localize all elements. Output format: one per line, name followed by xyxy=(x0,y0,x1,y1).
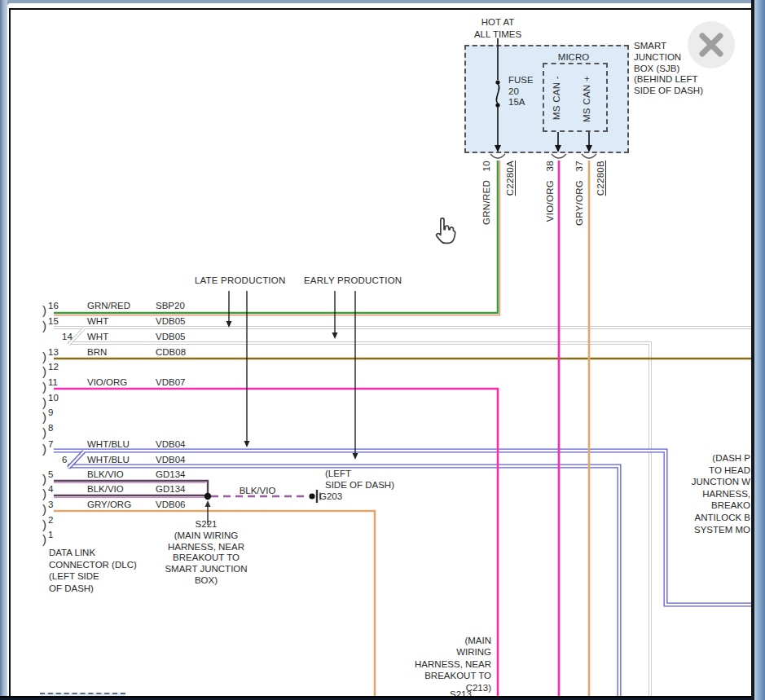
wire-color: WHT/BLU xyxy=(87,439,130,449)
diagram-viewer: HOT AT ALL TIMES FUSE 20 15A MICRO SMART… xyxy=(0,0,765,700)
connector-arc-c2280b xyxy=(582,154,596,158)
connector-arc-38 xyxy=(552,154,566,158)
early-production-arrowhead-long xyxy=(353,453,358,460)
ms-can-plus-label: MS CAN + xyxy=(582,76,591,122)
pin-bracket: ) xyxy=(42,410,46,424)
pin-number: 7 xyxy=(48,439,53,449)
dlc-caption: DATA LINK CONNECTOR (DLC) (LEFT SIDE OF … xyxy=(49,547,137,594)
fuse-terminal-bottom xyxy=(495,103,499,107)
dlc-pin-row-16: ) 16 GRN/RED SBP20 xyxy=(42,301,230,314)
early-production-arrowhead-short xyxy=(332,332,338,339)
circuit-code: VDB05 xyxy=(156,316,185,326)
close-icon xyxy=(688,21,735,68)
fuse-element xyxy=(496,84,499,103)
fuse-label: FUSE 20 15A xyxy=(508,75,534,108)
wire-color: GRN/RED xyxy=(87,301,130,310)
pin-number: 12 xyxy=(48,362,59,372)
circuit-code: SBP20 xyxy=(156,301,185,310)
dlc-pin-row-10: ) 10 xyxy=(42,393,230,406)
dlc-pin-row-13: ) 13 BRN CDB08 xyxy=(42,347,230,360)
pin-number: 16 xyxy=(48,301,59,310)
g203-location-label: (LEFT SIDE OF DASH) xyxy=(325,468,394,491)
c213-callout: (MAIN WIRING HARNESS, NEAR BREAKOUT TO C… xyxy=(391,635,491,693)
pin-bracket: ) xyxy=(42,380,46,394)
pin-bracket: ) xyxy=(42,532,46,546)
wire-color: WHT xyxy=(87,332,108,341)
micro-label: MICRO xyxy=(543,51,605,63)
circuit-code: VDB04 xyxy=(156,439,185,449)
window-frame-top xyxy=(0,0,765,3)
hot-at-all-times-label: HOT AT ALL TIMES xyxy=(468,16,527,40)
dlc-pin-row-6: 6 WHT/BLU VDB04 xyxy=(42,455,230,468)
pin-number: 13 xyxy=(48,347,59,357)
window-frame-right[interactable] xyxy=(751,0,765,700)
ground-g203-dot[interactable] xyxy=(309,493,314,499)
ms-can-minus-arrowhead xyxy=(555,145,561,152)
wire-color: BLK/VIO xyxy=(87,469,124,479)
blkvio-wire-label: BLK/VIO xyxy=(235,485,280,496)
wire-color: BLK/VIO xyxy=(87,484,124,494)
pin-number: 3 xyxy=(48,500,53,509)
pin-number: 8 xyxy=(48,423,53,433)
dlc-pin-row-4: ) 4 BLK/VIO GD134 xyxy=(42,484,230,497)
connector-arc-c2280a xyxy=(490,154,505,158)
pin-number: 1 xyxy=(48,530,53,539)
close-button[interactable] xyxy=(688,21,735,68)
fuse-terminal-top xyxy=(495,80,499,84)
early-production-label: EARLY PRODUCTION xyxy=(304,275,402,286)
late-production-label: LATE PRODUCTION xyxy=(195,275,285,286)
dlc-pin-row-3: ) 3 GRY/ORG VDB06 xyxy=(42,500,230,513)
circuit-code: GD134 xyxy=(156,469,185,479)
fuse-arrowhead xyxy=(495,145,501,152)
wire-label-grnred-10: GRN/RED 10 xyxy=(481,161,491,225)
dlc-pin-row-11: ) 11 VIO/ORG VDB07 xyxy=(42,377,230,390)
connector-label-c2280b[interactable]: C2280B xyxy=(596,161,605,196)
pin-bracket: ) xyxy=(42,319,46,332)
circuit-code: VDB05 xyxy=(156,332,185,341)
pin-bracket: ) xyxy=(42,486,46,500)
dlc-pin-row-7: ) 7 WHT/BLU VDB04 xyxy=(42,439,230,452)
dlc-pin-row-15: ) 15 WHT VDB05 xyxy=(42,316,230,329)
wire-color: BRN xyxy=(87,347,107,357)
wire-color: WHT xyxy=(87,316,108,326)
pin-number: 9 xyxy=(48,407,53,417)
circuit-code: VDB07 xyxy=(156,377,185,387)
pin-bracket: ) xyxy=(42,364,46,378)
wire-color: GRY/ORG xyxy=(87,500,131,509)
pin-number: 15 xyxy=(48,316,59,326)
pin-bracket: ) xyxy=(42,442,46,456)
dlc-pin-row-12: ) 12 xyxy=(42,362,230,375)
dlc-pin-row-9: ) 9 xyxy=(42,407,230,420)
pin-bracket: ) xyxy=(42,425,46,439)
s221-callout[interactable]: S221 (MAIN WIRING HARNESS, NEAR BREAKOUT… xyxy=(151,519,262,587)
pin-bracket: ) xyxy=(42,303,46,317)
window-frame-left xyxy=(0,0,7,700)
hand-cursor xyxy=(429,215,459,248)
pin-number: 5 xyxy=(48,469,53,479)
wire-color: VIO/ORG xyxy=(87,377,127,387)
circuit-code: VDB04 xyxy=(156,455,185,464)
pin-number: 14 xyxy=(62,332,73,341)
dash-harness-callout: (DASH P TO HEAD JUNCTION W HARNESS, BREA… xyxy=(635,452,750,535)
pin-bracket: ) xyxy=(42,502,46,516)
pin-number: 2 xyxy=(48,515,53,525)
circuit-code: CDB08 xyxy=(156,347,186,357)
dlc-pin-row-8: ) 8 xyxy=(42,423,230,436)
late-production-arrowhead-long xyxy=(244,441,250,447)
ms-can-plus-arrowhead xyxy=(586,145,592,152)
dlc-pin-row-5: ) 5 BLK/VIO GD134 xyxy=(42,469,230,482)
wire-label-vioorg-38: VIO/ORG 38 xyxy=(545,161,555,222)
connector-label-c2280a[interactable]: C2280A xyxy=(505,161,515,196)
g203-label[interactable]: G203 xyxy=(319,491,342,502)
ms-can-minus-label: MS CAN - xyxy=(552,76,561,120)
circuit-code: VDB06 xyxy=(156,500,185,509)
wire-color: WHT/BLU xyxy=(87,455,130,464)
circuit-code: GD134 xyxy=(156,484,185,494)
dlc-pin-row-14: 14 WHT VDB05 xyxy=(42,332,230,345)
pin-number: 10 xyxy=(48,393,59,403)
wire-label-gryorg-37: GRY/ORG 37 xyxy=(574,161,584,226)
window-frame-bottom xyxy=(0,696,765,700)
pin-number: 6 xyxy=(62,455,67,464)
pin-number: 11 xyxy=(48,377,58,387)
pin-number: 4 xyxy=(48,484,53,494)
